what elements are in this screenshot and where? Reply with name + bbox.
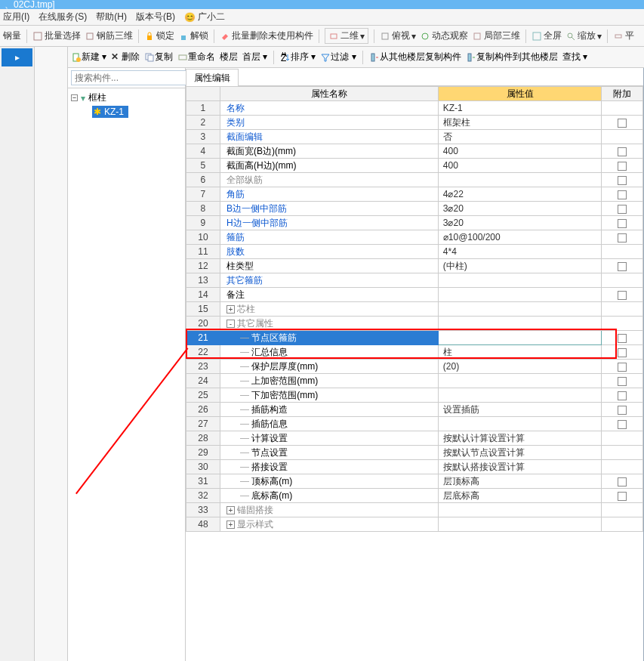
tb-rebar-3d[interactable]: 钢筋三维 (85, 29, 133, 42)
property-value-cell[interactable]: 否 (438, 130, 602, 144)
property-row[interactable]: 2类别框架柱 (186, 116, 643, 130)
property-extra-cell[interactable] (602, 388, 643, 403)
property-name-cell[interactable]: — 插筋构造 (220, 403, 438, 417)
property-extra-cell[interactable] (602, 403, 643, 417)
checkbox[interactable] (618, 205, 627, 214)
property-name-cell[interactable]: -其它属性 (220, 317, 438, 331)
property-extra-cell[interactable] (602, 489, 643, 503)
tree-root-item[interactable]: − ▾ 框柱 (71, 91, 182, 104)
property-extra-cell[interactable] (602, 245, 643, 259)
property-row[interactable]: 5截面高(H边)(mm)400 (186, 159, 643, 173)
tb-orbit[interactable]: 动态观察 (420, 29, 468, 42)
property-extra-cell[interactable] (602, 360, 643, 374)
property-name-cell[interactable]: — 计算设置 (220, 431, 438, 446)
property-name-cell[interactable]: — 下加密范围(mm) (220, 388, 438, 403)
tb-local-3d[interactable]: 局部三维 (472, 29, 520, 42)
menu-user[interactable]: 广小二 (198, 11, 225, 23)
property-extra-cell[interactable] (602, 417, 643, 431)
expand-icon[interactable]: + (226, 506, 235, 514)
checkbox[interactable] (618, 291, 627, 300)
property-extra-cell[interactable] (602, 144, 643, 159)
property-value-cell[interactable] (438, 374, 602, 388)
property-name-cell[interactable]: 截面编辑 (220, 130, 438, 144)
property-value-cell[interactable] (438, 388, 602, 403)
property-row[interactable]: 10箍筋⌀10@100/200 (186, 230, 643, 245)
property-extra-cell[interactable] (602, 302, 643, 317)
checkbox[interactable] (618, 219, 627, 228)
tb-copy-from-floor[interactable]: 从其他楼层复制构件 (369, 51, 461, 63)
property-name-cell[interactable]: 截面高(H边)(mm) (220, 159, 438, 173)
checkbox[interactable] (618, 334, 627, 343)
expand-icon[interactable]: + (226, 520, 235, 529)
property-value-cell[interactable]: 400 (438, 144, 602, 159)
property-name-cell[interactable]: 角筋 (220, 187, 438, 202)
property-extra-cell[interactable] (602, 101, 643, 116)
tb-fullscreen[interactable]: 全屏 (532, 29, 562, 42)
property-name-cell[interactable]: 肢数 (220, 245, 438, 259)
property-row[interactable]: 25— 下加密范围(mm) (186, 388, 643, 403)
property-extra-cell[interactable] (602, 187, 643, 202)
checkbox[interactable] (618, 262, 627, 271)
property-value-cell[interactable]: 框架柱 (438, 116, 602, 130)
tb-lock[interactable]: 锁定 (144, 29, 174, 42)
tb-sort[interactable]: AZ排序 ▾ (280, 51, 316, 63)
property-value-cell[interactable]: 400 (438, 159, 602, 173)
property-extra-cell[interactable] (602, 230, 643, 245)
property-row[interactable]: 8B边一侧中部筋3⌀20 (186, 202, 643, 216)
tab-property-edit[interactable]: 属性编辑 (186, 69, 239, 86)
property-name-cell[interactable]: 全部纵筋 (220, 173, 438, 187)
property-name-cell[interactable]: — 节点设置 (220, 446, 438, 460)
tb-new[interactable]: 新建 ▾ (71, 51, 106, 63)
checkbox[interactable] (618, 406, 627, 415)
property-name-cell[interactable]: — 节点区箍筋 (220, 331, 438, 345)
property-extra-cell[interactable] (602, 216, 643, 230)
property-value-cell[interactable] (438, 517, 602, 532)
property-extra-cell[interactable] (602, 460, 643, 474)
property-row[interactable]: 32— 底标高(m)层底标高 (186, 489, 643, 503)
checkbox[interactable] (618, 420, 627, 429)
property-row[interactable]: 9H边一侧中部筋3⌀20 (186, 216, 643, 230)
property-extra-cell[interactable] (602, 259, 643, 273)
checkbox[interactable] (618, 162, 627, 171)
property-row[interactable]: 12柱类型(中柱) (186, 259, 643, 273)
property-value-cell[interactable]: 3⌀20 (438, 202, 602, 216)
property-value-cell[interactable] (438, 317, 602, 331)
tb-top-view[interactable]: 俯视 ▾ (380, 29, 416, 42)
property-value-cell[interactable]: ⌀10@100/200 (438, 230, 602, 245)
tb-batch-delete-unused[interactable]: 批量删除未使用构件 (220, 29, 313, 42)
property-row[interactable]: 22— 汇总信息柱 (186, 345, 643, 360)
property-value-cell[interactable] (438, 288, 602, 302)
property-name-cell[interactable]: — 底标高(m) (220, 489, 438, 503)
property-extra-cell[interactable] (602, 517, 643, 532)
property-name-cell[interactable]: H边一侧中部筋 (220, 216, 438, 230)
property-row[interactable]: 28— 计算设置按默认计算设置计算 (186, 431, 643, 446)
property-value-cell[interactable]: (中柱) (438, 259, 602, 273)
property-name-cell[interactable]: 柱类型 (220, 259, 438, 273)
property-extra-cell[interactable] (602, 288, 643, 302)
property-row[interactable]: 24— 上加密范围(mm) (186, 374, 643, 388)
property-value-cell[interactable]: 按默认计算设置计算 (438, 431, 602, 446)
tb-filter[interactable]: 过滤 ▾ (320, 51, 356, 63)
property-extra-cell[interactable] (602, 474, 643, 489)
menu-online[interactable]: 在线服务(S) (39, 11, 87, 23)
tb-batch-select[interactable]: 批量选择 (32, 29, 81, 42)
property-name-cell[interactable]: 其它箍筋 (220, 273, 438, 288)
property-extra-cell[interactable] (602, 331, 643, 345)
property-row[interactable]: 26— 插筋构造设置插筋 (186, 403, 643, 417)
property-value-cell[interactable]: (20) (438, 360, 602, 374)
property-row[interactable]: 3截面编辑否 (186, 130, 643, 144)
property-name-cell[interactable]: +锚固搭接 (220, 503, 438, 517)
property-row[interactable]: 29— 节点设置按默认节点设置计算 (186, 446, 643, 460)
checkbox[interactable] (618, 477, 627, 486)
property-extra-cell[interactable] (602, 503, 643, 517)
property-row[interactable]: 1名称KZ-1 (186, 101, 643, 116)
checkbox[interactable] (618, 363, 627, 372)
property-extra-cell[interactable] (602, 273, 643, 288)
property-extra-cell[interactable] (602, 345, 643, 360)
property-name-cell[interactable]: +芯柱 (220, 302, 438, 317)
property-name-cell[interactable]: +显示样式 (220, 517, 438, 532)
property-name-cell[interactable]: — 插筋信息 (220, 417, 438, 431)
property-name-cell[interactable]: 名称 (220, 101, 438, 116)
property-row[interactable]: 11肢数4*4 (186, 245, 643, 259)
property-extra-cell[interactable] (602, 159, 643, 173)
